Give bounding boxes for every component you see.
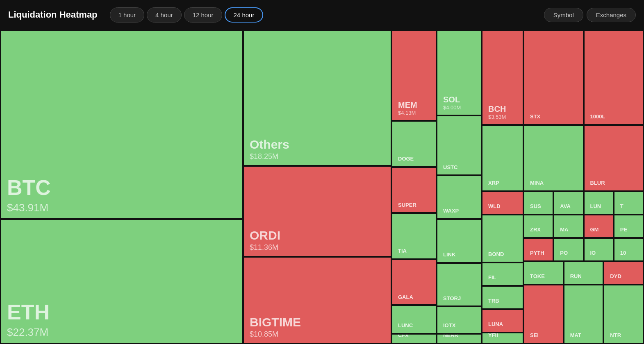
ava-tile[interactable]: AVA [554, 192, 583, 214]
lunc-tile[interactable]: LUNC [392, 306, 436, 333]
io-tile[interactable]: IO [584, 238, 613, 261]
right-section: MEM $4.13M DOGE SUPER TIA GALA LUNC CFX [392, 30, 643, 343]
pyth-tile[interactable]: PYTH [524, 238, 553, 261]
sol-tile[interactable]: SOL $4.00M [437, 30, 481, 115]
cfx-symbol: CFX [398, 334, 430, 339]
wld-symbol: WLD [488, 203, 517, 210]
super-symbol: SUPER [398, 202, 430, 208]
dyd-symbol: DYD [610, 273, 637, 280]
eth-tile[interactable]: ETH $22.37M [1, 220, 243, 343]
sol-symbol: SOL [443, 95, 475, 104]
near-tile[interactable]: NEAR [437, 334, 481, 343]
lunt-symbol: LUN [590, 203, 607, 210]
ordi-tile[interactable]: ORDI $11.36M [243, 166, 391, 256]
xrp-tile[interactable]: XRP [482, 125, 523, 191]
storj-tile[interactable]: STORJ [437, 263, 481, 306]
trb-tile[interactable]: TRB [482, 286, 523, 309]
ordi-value: $11.36M [250, 243, 385, 252]
stx-tile[interactable]: STX [524, 30, 583, 124]
eth-value: $22.37M [7, 326, 237, 339]
zrx-tile[interactable]: ZRX [524, 215, 553, 238]
ustc-tile[interactable]: USTC [437, 116, 481, 175]
ten-tile[interactable]: 10 [614, 238, 643, 261]
iotx-symbol: IOTX [443, 322, 475, 329]
exchanges-button[interactable]: Exchanges [587, 8, 636, 22]
ntr-tile[interactable]: NTR [604, 285, 643, 343]
link-tile[interactable]: LINK [437, 220, 481, 263]
gm-symbol: GM [590, 226, 607, 233]
mina-tile[interactable]: MINA [524, 125, 583, 191]
filter-4hour[interactable]: 4 hour [147, 7, 182, 23]
app-title: Liquidation Heatmap [8, 9, 98, 20]
blur-symbol: BLUR [590, 180, 637, 186]
mem-symbol: MEM [398, 100, 430, 110]
mid-column: Others $18.25M ORDI $11.36M BIGTIME $10.… [243, 30, 391, 343]
yfii-tile[interactable]: YFII [482, 333, 523, 343]
blur-tile[interactable]: BLUR [584, 125, 644, 191]
filter-1hour[interactable]: 1 hour [110, 7, 145, 23]
po-tile[interactable]: PO [554, 238, 583, 261]
super-tile[interactable]: SUPER [392, 167, 436, 213]
cfx-tile[interactable]: CFX [392, 334, 436, 343]
luna-symbol: LUNA [488, 321, 517, 328]
run-symbol: RUN [570, 273, 597, 280]
col-r1: MEM $4.13M DOGE SUPER TIA GALA LUNC CFX [392, 30, 436, 343]
symbol-button[interactable]: Symbol [544, 8, 583, 22]
filter-24hour[interactable]: 24 hour [225, 7, 264, 23]
mat-tile[interactable]: MAT [564, 285, 603, 343]
sus-tile[interactable]: SUS [524, 192, 553, 214]
btc-symbol: BTC [7, 177, 237, 198]
pe-tile[interactable]: PE [614, 215, 643, 238]
col-r2: SOL $4.00M USTC WAXP LINK STORJ IOTX NEA… [437, 30, 481, 343]
tia-symbol: TIA [398, 248, 430, 254]
bond-symbol: BOND [488, 251, 517, 258]
waxp-tile[interactable]: WAXP [437, 176, 481, 219]
col-r4: STX 1000L MINA BLUR SUS AVA [524, 30, 643, 343]
mina-symbol: MINA [530, 180, 577, 186]
time-filters: 1 hour 4 hour 12 hour 24 hour [110, 7, 264, 23]
lunt-tile[interactable]: LUN [584, 192, 613, 214]
pe-symbol: PE [620, 226, 637, 233]
col-r3: BCH $3.53M XRP WLD BOND FIL TRB LUNA Y [482, 30, 523, 343]
near-symbol: NEAR [443, 334, 475, 339]
bond-tile[interactable]: BOND [482, 215, 523, 262]
ordi-symbol: ORDI [250, 229, 385, 242]
doge-symbol: DOGE [398, 156, 430, 162]
right-controls: Symbol Exchanges [544, 8, 636, 22]
t-symbol: T [620, 203, 637, 210]
doge-tile[interactable]: DOGE [392, 121, 436, 167]
bigtime-value: $10.85M [250, 330, 385, 339]
yfii-symbol: YFII [488, 333, 517, 339]
wld-tile[interactable]: WLD [482, 192, 523, 214]
iotx-tile[interactable]: IOTX [437, 307, 481, 333]
header: Liquidation Heatmap 1 hour 4 hour 12 hou… [0, 0, 644, 29]
ma-symbol: MA [560, 226, 577, 233]
stx-symbol: STX [530, 113, 577, 120]
lunc-symbol: LUNC [398, 322, 430, 329]
mem-tile[interactable]: MEM $4.13M [392, 30, 436, 120]
t-tile[interactable]: T [614, 192, 643, 214]
waxp-symbol: WAXP [443, 208, 475, 214]
loonl-symbol: 1000L [590, 113, 637, 120]
fil-tile[interactable]: FIL [482, 263, 523, 285]
sus-symbol: SUS [530, 203, 547, 210]
dyd-tile[interactable]: DYD [604, 262, 643, 284]
bch-tile[interactable]: BCH $3.53M [482, 30, 523, 124]
sei-tile[interactable]: SEI [524, 285, 563, 343]
btc-tile[interactable]: BTC $43.91M [1, 30, 243, 219]
tia-tile[interactable]: TIA [392, 213, 436, 259]
gm-tile[interactable]: GM [584, 215, 613, 238]
others-tile[interactable]: Others $18.25M [243, 30, 391, 165]
run-tile[interactable]: RUN [564, 262, 603, 284]
bch-symbol: BCH [488, 104, 517, 114]
bigtime-tile[interactable]: BIGTIME $10.85M [243, 257, 391, 343]
ma-tile[interactable]: MA [554, 215, 583, 238]
luna-tile[interactable]: LUNA [482, 310, 523, 332]
gala-tile[interactable]: GALA [392, 260, 436, 305]
loonl-tile[interactable]: 1000L [584, 30, 644, 124]
storj-symbol: STORJ [443, 295, 475, 302]
bigtime-symbol: BIGTIME [250, 316, 385, 328]
filter-12hour[interactable]: 12 hour [184, 7, 222, 23]
trb-symbol: TRB [488, 298, 517, 304]
toke-tile[interactable]: TOKE [524, 262, 563, 284]
